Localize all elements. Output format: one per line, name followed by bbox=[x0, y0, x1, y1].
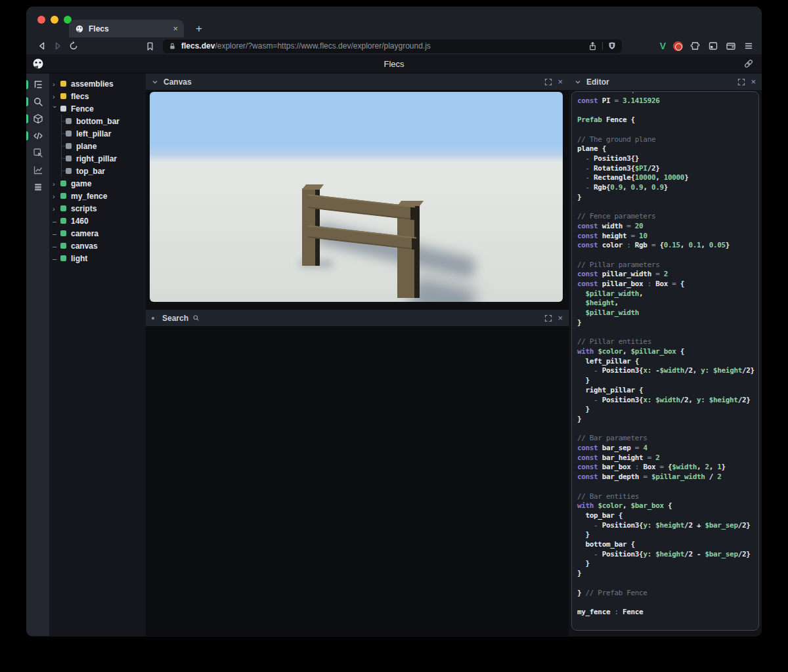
chevron-right-icon[interactable]: › bbox=[53, 192, 60, 200]
chevron-right-icon[interactable]: › bbox=[53, 205, 60, 213]
tree-item-light[interactable]: –light bbox=[49, 252, 146, 264]
editor-panel-title: Editor bbox=[586, 77, 609, 87]
code-line: - Position3{} bbox=[577, 154, 755, 164]
tree-item-flecs[interactable]: ›flecs bbox=[49, 90, 146, 102]
tree-item-1460[interactable]: –1460 bbox=[49, 215, 146, 227]
code-line: top_bar { bbox=[577, 511, 755, 521]
canvas-panel-title: Canvas bbox=[164, 77, 192, 87]
close-panel-icon[interactable]: × bbox=[751, 77, 756, 86]
permalink-icon[interactable] bbox=[743, 58, 754, 69]
code-line: $height, bbox=[577, 299, 755, 308]
rail-button-scene[interactable] bbox=[26, 110, 49, 127]
tree-item-label: right_pillar bbox=[76, 154, 117, 163]
close-window-button[interactable] bbox=[37, 16, 45, 24]
lock-icon bbox=[168, 42, 177, 51]
chevron-right-icon[interactable]: › bbox=[53, 180, 60, 188]
code-line: const pillar_width = 2 bbox=[577, 270, 755, 280]
back-button[interactable] bbox=[34, 41, 50, 51]
menu-icon[interactable] bbox=[743, 41, 754, 51]
tree-item-label: bottom_bar bbox=[76, 117, 120, 126]
code-line: // Bar entities bbox=[577, 492, 755, 502]
code-editor[interactable]: - .const PI = 3.1415926 Prefab Fence { /… bbox=[571, 91, 759, 631]
bookmark-icon[interactable] bbox=[142, 41, 158, 51]
tree-item-canvas[interactable]: –canvas bbox=[49, 240, 146, 252]
code-line: } bbox=[577, 376, 755, 386]
tree-item-scripts[interactable]: ›scripts bbox=[49, 202, 146, 215]
code-line: } bbox=[577, 530, 755, 540]
code-line: // Fence parameters bbox=[577, 212, 755, 222]
chevron-down-icon[interactable] bbox=[152, 79, 158, 85]
entity-square-icon bbox=[66, 143, 72, 149]
code-line: - Rgb{0.9, 0.9, 0.9} bbox=[577, 183, 755, 193]
vue-devtools-icon[interactable]: V bbox=[660, 41, 666, 51]
search-icon bbox=[33, 96, 43, 107]
extensions-puzzle-icon[interactable] bbox=[690, 41, 701, 51]
rail-button-search[interactable] bbox=[26, 93, 49, 110]
rail-button-stats[interactable] bbox=[26, 161, 49, 178]
address-bar[interactable]: flecs.dev/explorer/?wasm=https://www.fle… bbox=[163, 39, 622, 53]
entity-square-icon bbox=[60, 180, 66, 186]
code-line bbox=[577, 482, 755, 492]
tree-item-plane[interactable]: plane bbox=[49, 140, 146, 152]
chevron-down-icon[interactable]: › bbox=[51, 106, 59, 114]
rail-button-entity-tree[interactable] bbox=[26, 76, 49, 93]
code-line: left_pillar { bbox=[577, 357, 755, 367]
fullscreen-icon[interactable] bbox=[544, 78, 552, 86]
code-line: my_fence : Fence bbox=[577, 608, 755, 618]
code-line bbox=[577, 328, 755, 338]
tree-item-label: Fence bbox=[71, 104, 94, 114]
tree-item-camera[interactable]: –camera bbox=[49, 227, 146, 240]
code-line: - Rectangle{10000, 10000} bbox=[577, 173, 755, 183]
search-panel-content[interactable] bbox=[146, 326, 569, 636]
chevron-right-icon[interactable]: › bbox=[53, 93, 60, 100]
tree-item-my_fence[interactable]: ›my_fence bbox=[49, 190, 146, 202]
tree-item-top_bar[interactable]: top_bar bbox=[49, 165, 146, 177]
reload-button[interactable] bbox=[66, 41, 81, 51]
code-line: // Pillar entities bbox=[577, 337, 755, 347]
fullscreen-icon[interactable] bbox=[737, 78, 745, 86]
sidebar-toggle-icon[interactable] bbox=[708, 41, 718, 51]
tab-close-icon[interactable]: × bbox=[173, 24, 178, 33]
code-line: right_pillar { bbox=[577, 386, 755, 396]
tree-item-game[interactable]: ›game bbox=[49, 177, 146, 190]
fullscreen-icon[interactable] bbox=[544, 314, 552, 322]
minimize-window-button[interactable] bbox=[51, 16, 58, 24]
close-panel-icon[interactable]: × bbox=[558, 314, 563, 322]
entity-tree-panel: ›assemblies›flecs›Fencebottom_barleft_pi… bbox=[49, 74, 146, 636]
wallet-icon[interactable] bbox=[726, 41, 736, 51]
code-line: const width = 20 bbox=[577, 222, 755, 232]
tree-item-bottom_bar[interactable]: bottom_bar bbox=[49, 115, 146, 127]
extension-red-icon[interactable] bbox=[673, 41, 683, 51]
code-line bbox=[577, 251, 755, 261]
code-line: const bar_box : Box = {$width, 2, 1} bbox=[577, 463, 755, 472]
code-line: - Position3{y: $height/2 - $bar_sep/2} bbox=[577, 550, 755, 560]
entity-square-icon bbox=[60, 205, 66, 211]
rail-button-tables[interactable] bbox=[26, 178, 49, 196]
code-line bbox=[577, 125, 755, 135]
tree-item-label: plane bbox=[76, 142, 97, 151]
tab-favicon-flecs-icon bbox=[75, 24, 84, 33]
brave-shield-icon[interactable] bbox=[607, 41, 617, 51]
chevron-right-icon[interactable]: › bbox=[53, 80, 60, 88]
code-line: const PI = 3.1415926 bbox=[577, 96, 755, 106]
tree-item-right_pillar[interactable]: right_pillar bbox=[49, 152, 146, 165]
tree-item-Fence[interactable]: ›Fence bbox=[49, 102, 146, 115]
url-path: /explorer/?wasm=https://www.flecs.dev/ex… bbox=[215, 41, 430, 51]
tree-item-assemblies[interactable]: ›assemblies bbox=[49, 77, 146, 90]
browser-tab[interactable]: Flecs × bbox=[69, 20, 184, 37]
chevron-down-icon[interactable] bbox=[575, 79, 581, 85]
rail-button-inspector[interactable] bbox=[26, 144, 49, 161]
forward-button[interactable] bbox=[50, 41, 66, 51]
tree-item-left_pillar[interactable]: left_pillar bbox=[49, 127, 146, 140]
new-tab-button[interactable]: + bbox=[192, 22, 206, 35]
share-icon[interactable] bbox=[588, 41, 598, 51]
code-line: } bbox=[577, 318, 755, 328]
close-panel-icon[interactable]: × bbox=[558, 77, 563, 86]
code-line: const bar_sep = 4 bbox=[577, 444, 755, 453]
code-icon bbox=[33, 131, 43, 141]
canvas-panel-header: Canvas × bbox=[146, 74, 569, 90]
tables-icon bbox=[33, 182, 43, 192]
3d-viewport[interactable] bbox=[150, 92, 563, 302]
active-panel-indicator bbox=[26, 114, 28, 123]
rail-button-code[interactable] bbox=[26, 127, 49, 144]
